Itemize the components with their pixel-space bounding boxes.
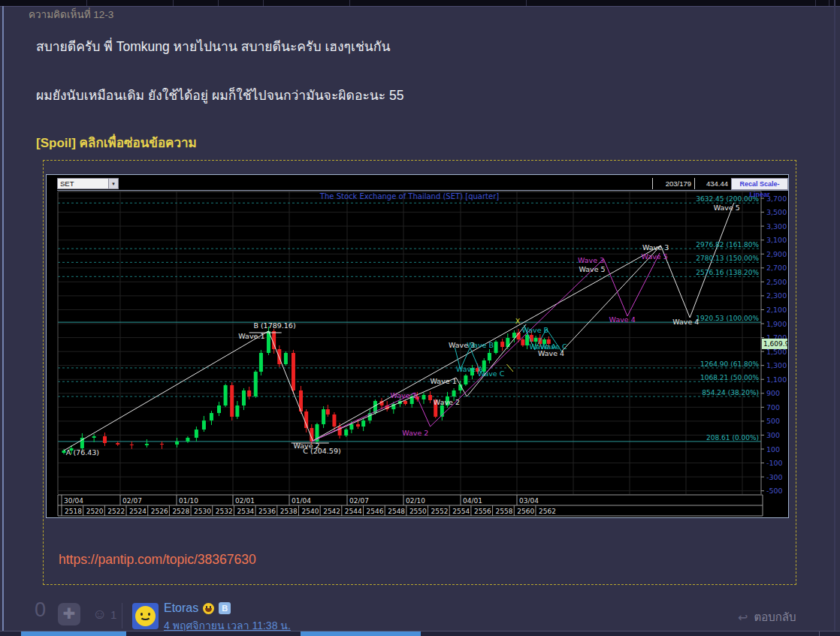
svg-text:2532: 2532 [216, 508, 233, 515]
svg-text:500: 500 [766, 417, 780, 425]
svg-text:-500: -500 [766, 487, 783, 495]
svg-text:2518: 2518 [65, 508, 82, 515]
svg-text:2530: 2530 [194, 508, 211, 515]
svg-text:-300: -300 [766, 473, 783, 481]
reply-label: ตอบกลับ [754, 608, 796, 626]
svg-text:The Stock Exchange of Thailand: The Stock Exchange of Thailand (SET) [qu… [319, 192, 499, 200]
svg-text:Wave 4: Wave 4 [609, 315, 636, 324]
svg-text:Wave 5: Wave 5 [579, 265, 605, 273]
svg-text:300: 300 [766, 431, 780, 439]
symbol-dropdown: SET ▾ [57, 178, 119, 189]
svg-text:2576.16 (138.20%: 2576.16 (138.20% [696, 269, 759, 276]
top-strip-separator [218, 0, 219, 6]
avatar-smiley-face [135, 606, 156, 626]
reply-arrow-icon: ↩ [738, 610, 748, 625]
top-strip-separator [86, 0, 87, 6]
svg-text:2552: 2552 [431, 508, 449, 515]
chart-canvas: 3,7003,5003,3003,1002,9002,7002,5002,300… [47, 175, 788, 517]
svg-text:Wave C: Wave C [478, 369, 505, 378]
svg-text:2540: 2540 [301, 508, 319, 515]
svg-text:2550: 2550 [409, 508, 427, 515]
member-badge-icon: B [219, 602, 231, 614]
comment-paragraph-2: ผมยังนับเหมือนเดิม ยังใช้ได้อยู่ ผมก็ใช้… [36, 85, 404, 106]
reply-button[interactable]: ↩ ตอบกลับ [738, 608, 796, 626]
svg-text:Wave 5: Wave 5 [714, 203, 740, 212]
avatar[interactable] [132, 603, 159, 629]
svg-text:1068.21 (50.00%: 1068.21 (50.00% [700, 374, 759, 381]
svg-text:1,609.91: 1,609.91 [763, 340, 788, 348]
svg-text:2544: 2544 [345, 508, 362, 515]
fibonacci-labels: 3632.45 (200.00%2976.82 (161.80%2780.13 … [696, 195, 759, 442]
svg-text:2,700: 2,700 [766, 264, 787, 272]
emotion-count: 1 [110, 608, 116, 621]
svg-text:1264.90 (61.80%: 1264.90 (61.80% [700, 360, 759, 368]
chevron-down-icon: ▾ [108, 179, 118, 188]
svg-text:2526: 2526 [151, 508, 168, 515]
forum-comment-page: ความคิดเห็นที่ 12-3 สบายดีครับ พี่ Tomku… [0, 0, 840, 636]
emotion-icon[interactable]: ☺ [92, 606, 107, 622]
svg-text:Wave C: Wave C [540, 342, 567, 351]
svg-text:2528: 2528 [172, 508, 189, 515]
comment-number-header: ความคิดเห็นที่ 12-3 [29, 6, 113, 23]
svg-text:01/10: 01/10 [179, 497, 198, 505]
svg-text:30/04: 30/04 [64, 497, 83, 505]
svg-text:-100: -100 [766, 459, 783, 467]
fibonacci-levels [58, 203, 761, 442]
svg-text:B (1789.16): B (1789.16) [253, 321, 295, 330]
toolbar-divider [57, 190, 788, 191]
svg-text:208.61 (0.00%): 208.61 (0.00%) [706, 434, 759, 442]
top-strip-separator [173, 0, 174, 6]
svg-text:3,500: 3,500 [766, 208, 787, 216]
svg-text:2546: 2546 [367, 508, 384, 515]
bars-count-cell: 203/179 [652, 178, 694, 189]
svg-text:Wave 3: Wave 3 [578, 256, 604, 264]
spoiler-toggle[interactable]: [Spoil] คลิกเพื่อซ่อนข้อความ [36, 132, 197, 152]
svg-text:01/04: 01/04 [292, 497, 311, 505]
svg-text:Wave 5: Wave 5 [642, 252, 668, 261]
svg-text:1920.53 (100.00%: 1920.53 (100.00% [696, 315, 759, 322]
top-strip-separator [815, 0, 816, 6]
wave-labels: A (76.43)Wave.1B (1789.16)Wave 2C (204.5… [66, 203, 740, 457]
svg-text:2524: 2524 [129, 508, 147, 515]
top-strip-separator [263, 0, 264, 6]
svg-text:Wave 2: Wave 2 [434, 398, 460, 406]
chart-title: The Stock Exchange of Thailand (SET) [qu… [319, 192, 499, 200]
bottom-blue-segment-2 [301, 631, 421, 636]
svg-text:Wave B: Wave B [467, 341, 494, 349]
svg-text:2976.82 (161.80%: 2976.82 (161.80% [696, 241, 759, 249]
svg-text:2780.13 (150.00%: 2780.13 (150.00% [696, 255, 759, 262]
top-strip-separator [526, 0, 527, 6]
svg-text:Wave 3: Wave 3 [642, 243, 669, 252]
stock-chart-image[interactable]: 3,7003,5003,3003,1002,9002,7002,5002,300… [47, 175, 788, 517]
svg-text:02/07: 02/07 [349, 497, 369, 505]
svg-text:X: X [515, 317, 521, 325]
topic-link[interactable]: https://pantip.com/topic/38367630 [59, 552, 256, 568]
svg-text:3,300: 3,300 [766, 222, 787, 231]
svg-text:2536: 2536 [258, 508, 276, 515]
svg-text:02/10: 02/10 [406, 497, 425, 505]
svg-text:2548: 2548 [388, 508, 405, 515]
bottom-strip-separator [819, 631, 820, 636]
vote-score: 0 [35, 598, 46, 622]
svg-text:854.24 (38.20%): 854.24 (38.20%) [702, 389, 759, 396]
svg-text:2520: 2520 [86, 508, 104, 515]
browser-top-strip [0, 0, 840, 7]
svg-text:2554: 2554 [452, 508, 470, 515]
svg-text:2538: 2538 [280, 508, 298, 515]
svg-text:Wave B: Wave B [521, 326, 548, 334]
page-left-border [2, 6, 4, 634]
svg-text:2562: 2562 [539, 508, 556, 515]
upvote-plus-button[interactable]: ✚ [58, 603, 80, 625]
username-link[interactable]: Etoras [164, 601, 198, 615]
svg-text:1,300: 1,300 [766, 361, 787, 369]
svg-text:02/07: 02/07 [122, 497, 142, 505]
svg-text:Wave.1: Wave.1 [238, 332, 264, 340]
svg-text:2558: 2558 [496, 508, 513, 515]
svg-text:Wave 1: Wave 1 [431, 377, 457, 385]
top-strip-separator [829, 0, 829, 6]
svg-text:2534: 2534 [237, 508, 254, 515]
svg-text:900: 900 [766, 389, 780, 397]
svg-text:2,100: 2,100 [766, 306, 787, 314]
grid-lines [58, 191, 761, 494]
laughing-emoji-icon [203, 603, 214, 614]
